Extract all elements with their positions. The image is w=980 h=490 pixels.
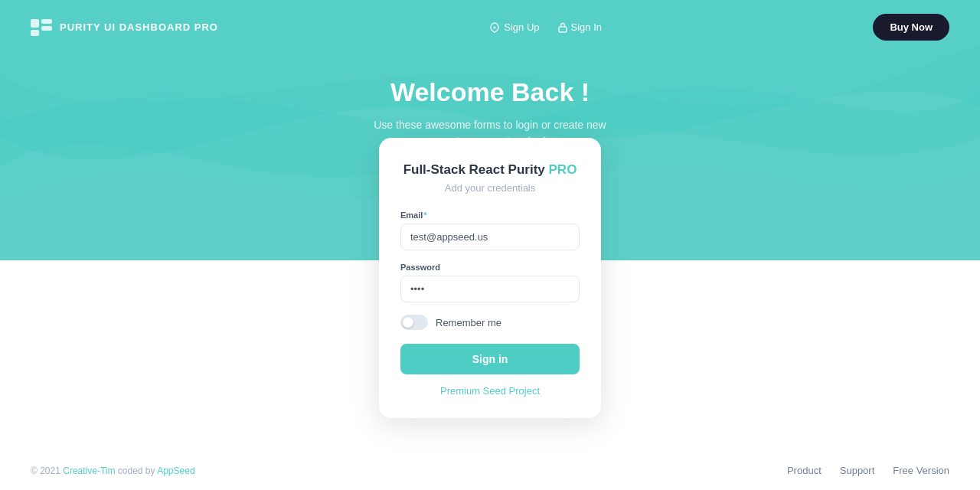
card-subtitle: Add your credentials [400, 182, 580, 194]
email-label: Email* [400, 211, 580, 220]
premium-seed-link[interactable]: Premium Seed Project [400, 385, 580, 397]
free-version-link[interactable]: Free Version [893, 465, 949, 476]
signup-link[interactable]: Sign Up [489, 21, 539, 33]
remember-row: Remember me [400, 315, 580, 330]
footer-links: Product Support Free Version [787, 465, 949, 476]
svg-rect-3 [31, 30, 39, 36]
password-label: Password [400, 263, 580, 272]
email-input[interactable] [400, 224, 580, 250]
navbar: PURITY UI DASHBOARD PRO Sign Up Sign In [0, 0, 980, 54]
nav-links: Sign Up Sign In [489, 21, 602, 33]
hero-title: Welcome Back ! [0, 77, 980, 107]
creative-tim-link[interactable]: Creative-Tim [63, 466, 115, 476]
card-title: Full-Stack React Purity PRO [400, 162, 580, 178]
brand-label: PURITY UI DASHBOARD PRO [60, 21, 218, 33]
hero-text: Welcome Back ! Use these awesome forms t… [0, 54, 980, 151]
page: PURITY UI DASHBOARD PRO Sign Up Sign In [0, 0, 980, 490]
brand-icon [31, 19, 52, 36]
signin-link[interactable]: Sign In [558, 21, 602, 33]
remember-label: Remember me [436, 317, 501, 328]
rocket-icon [489, 22, 500, 33]
password-group: Password [400, 263, 580, 302]
signin-button[interactable]: Sign in [400, 344, 580, 374]
email-group: Email* [400, 211, 580, 250]
product-link[interactable]: Product [787, 465, 822, 476]
svg-point-4 [494, 26, 496, 28]
appseed-link[interactable]: AppSeed [157, 466, 194, 476]
toggle-thumb [403, 317, 413, 328]
signin-label: Sign In [571, 21, 602, 33]
signup-label: Sign Up [504, 21, 539, 33]
nav-brand: PURITY UI DASHBOARD PRO [31, 19, 218, 36]
svg-rect-5 [559, 27, 567, 32]
svg-rect-2 [41, 26, 52, 31]
svg-rect-0 [31, 19, 39, 28]
footer-copyright: © 2021 Creative-Tim coded by AppSeed [31, 466, 195, 476]
signin-card-wrapper: Full-Stack React Purity PRO Add your cre… [379, 138, 601, 418]
svg-rect-1 [41, 19, 52, 24]
footer: © 2021 Creative-Tim coded by AppSeed Pro… [0, 451, 980, 490]
signin-card: Full-Stack React Purity PRO Add your cre… [379, 138, 601, 418]
remember-toggle[interactable] [400, 315, 428, 330]
support-link[interactable]: Support [840, 465, 875, 476]
buy-now-button[interactable]: Buy Now [873, 14, 949, 41]
lock-icon [558, 22, 567, 33]
password-input[interactable] [400, 276, 580, 302]
